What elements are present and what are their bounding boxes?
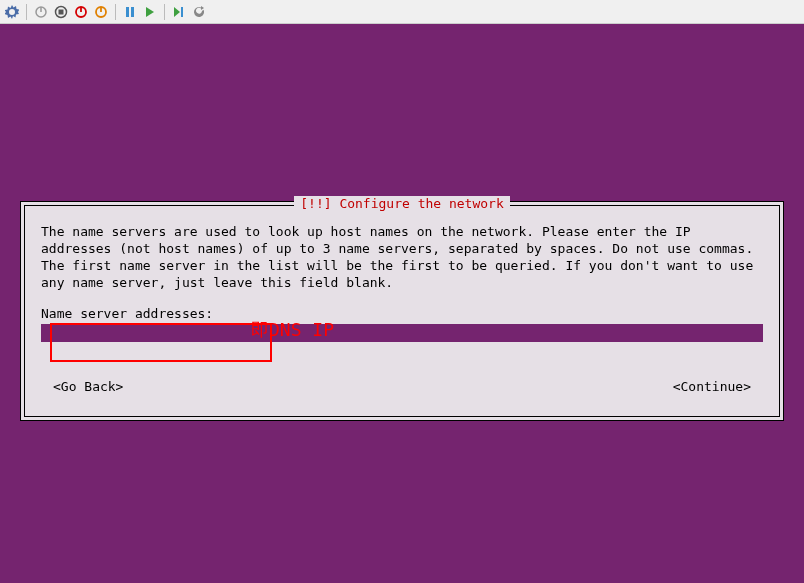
toolbar-separator <box>164 4 165 20</box>
svg-rect-10 <box>181 7 183 17</box>
vm-toolbar <box>0 0 804 24</box>
dialog-description: The name servers are used to look up hos… <box>41 224 763 292</box>
svg-rect-9 <box>131 7 134 17</box>
dialog-box: [!!] Configure the network The name serv… <box>20 201 784 421</box>
installer-screen: [!!] Configure the network The name serv… <box>0 24 804 583</box>
step-icon[interactable] <box>171 4 187 20</box>
toolbar-separator <box>26 4 27 20</box>
continue-button[interactable]: <Continue> <box>661 379 763 394</box>
toolbar-separator <box>115 4 116 20</box>
field-label: Name server addresses: <box>41 306 763 321</box>
power-red-icon[interactable] <box>73 4 89 20</box>
name-server-input[interactable] <box>41 324 763 342</box>
input-underline: ________________________________________… <box>41 342 763 355</box>
dialog-title: [!!] Configure the network <box>294 196 510 211</box>
svg-rect-3 <box>59 9 64 14</box>
play-icon[interactable] <box>142 4 158 20</box>
power-grey-icon[interactable] <box>33 4 49 20</box>
pause-icon[interactable] <box>122 4 138 20</box>
stop-icon[interactable] <box>53 4 69 20</box>
settings-icon[interactable] <box>4 4 20 20</box>
go-back-button[interactable]: <Go Back> <box>41 379 135 394</box>
power-orange-icon[interactable] <box>93 4 109 20</box>
refresh-icon[interactable] <box>191 4 207 20</box>
svg-rect-8 <box>126 7 129 17</box>
